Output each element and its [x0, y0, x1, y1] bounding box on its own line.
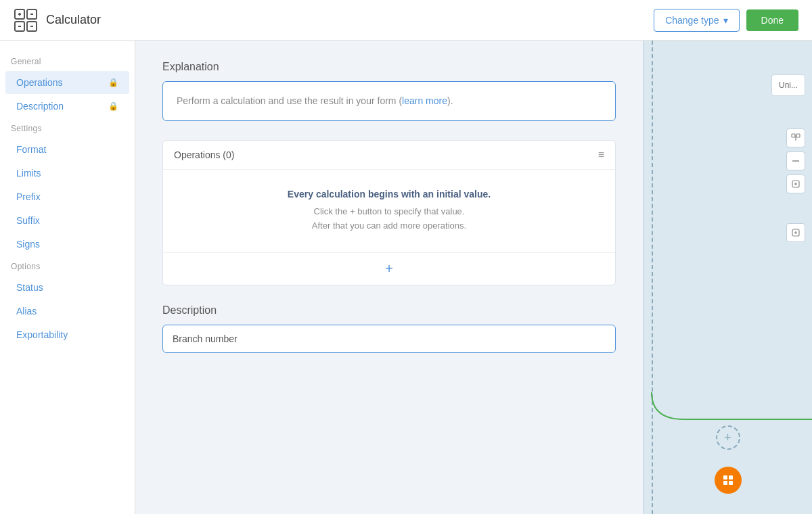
dashed-line [652, 41, 653, 514]
explanation-section: Explanation Perform a calculation and us… [162, 61, 616, 121]
right-panel-icon-4[interactable] [786, 223, 805, 242]
add-operation-button[interactable]: + [163, 252, 615, 285]
right-panel-icons-2 [786, 223, 805, 246]
right-panel-icon-3[interactable] [786, 174, 805, 193]
right-panel-icons [786, 128, 805, 197]
operations-header: Operations (0) ≡ [163, 141, 615, 170]
change-type-button[interactable]: Change type ▾ [654, 9, 739, 32]
svg-rect-10 [796, 134, 800, 137]
lock-icon: 🔒 [108, 101, 118, 111]
header-actions: Change type ▾ Done [654, 9, 798, 32]
sidebar-item-format[interactable]: Format [5, 138, 129, 161]
sidebar: General Operations 🔒 Description 🔒 Setti… [0, 41, 135, 514]
explanation-title: Explanation [162, 61, 616, 73]
svg-rect-21 [723, 481, 727, 485]
right-panel-node: Uni... [771, 74, 805, 96]
sidebar-item-suffix[interactable]: Suffix [5, 209, 129, 232]
sidebar-item-limits[interactable]: Limits [5, 162, 129, 185]
description-input[interactable] [162, 325, 616, 353]
operations-body-line2: After that you can add more operations. [177, 219, 602, 233]
right-panel: Uni... [643, 41, 812, 514]
description-section: Description [162, 304, 616, 353]
sidebar-item-operations[interactable]: Operations 🔒 [5, 71, 129, 94]
operations-body: Every calculation begins with an initial… [163, 170, 615, 252]
svg-rect-9 [792, 134, 795, 137]
sidebar-item-signs[interactable]: Signs [5, 233, 129, 256]
sidebar-group-options: Options [0, 256, 135, 275]
operations-header-title: Operations (0) [174, 149, 234, 160]
operations-menu-icon[interactable]: ≡ [598, 149, 604, 161]
sidebar-item-prefix[interactable]: Prefix [5, 185, 129, 208]
learn-more-link[interactable]: learn more [402, 95, 447, 106]
svg-rect-20 [729, 475, 733, 480]
operations-body-line1: Click the + button to specify that value… [177, 205, 602, 219]
app-title: Calculator [46, 13, 101, 27]
calculator-icon [14, 8, 38, 32]
header-left: Calculator [14, 8, 101, 32]
operations-body-title: Every calculation begins with an initial… [177, 189, 602, 200]
orange-action-button[interactable] [715, 467, 742, 494]
add-node-button[interactable]: + [716, 425, 740, 450]
app-header: Calculator Change type ▾ Done [0, 0, 812, 41]
sidebar-group-general: General [0, 51, 135, 70]
sidebar-item-status[interactable]: Status [5, 276, 129, 299]
sidebar-group-settings: Settings [0, 118, 135, 137]
svg-rect-22 [729, 481, 733, 485]
operations-section: Operations (0) ≡ Every calculation begin… [162, 140, 616, 285]
chevron-down-icon: ▾ [723, 15, 728, 26]
description-title: Description [162, 304, 616, 317]
svg-rect-19 [723, 475, 727, 480]
sidebar-item-description[interactable]: Description 🔒 [5, 95, 129, 118]
sidebar-item-exportability[interactable]: Exportability [5, 323, 129, 346]
operations-box: Operations (0) ≡ Every calculation begin… [162, 140, 616, 285]
done-button[interactable]: Done [746, 9, 798, 31]
content-area: Explanation Perform a calculation and us… [135, 41, 643, 514]
right-panel-icon-2[interactable] [786, 151, 805, 170]
lock-icon: 🔒 [108, 78, 118, 87]
sidebar-item-alias[interactable]: Alias [5, 300, 129, 323]
right-panel-icon-1[interactable] [786, 128, 805, 147]
explanation-box: Perform a calculation and use the result… [162, 81, 616, 121]
